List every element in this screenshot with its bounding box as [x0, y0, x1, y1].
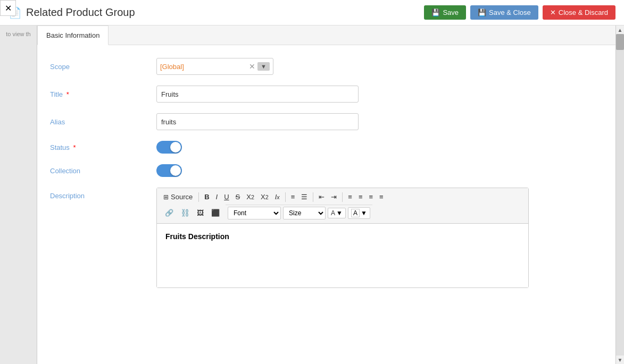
separator-3 — [313, 192, 313, 202]
collection-toggle-knob — [170, 165, 181, 176]
source-button[interactable]: ⊞ Source — [160, 191, 196, 202]
toolbar-row-1: ⊞ Source B I U S X2 X2 — [160, 190, 525, 204]
close-x-button[interactable]: ✕ — [0, 0, 16, 16]
scope-dropdown-button[interactable]: ▼ — [257, 62, 270, 71]
close-discard-icon: ✕ — [550, 9, 556, 16]
toolbar-row-3: Font Size A ▼ — [226, 205, 372, 221]
editor-wrapper: ⊞ Source B I U S X2 X2 — [156, 188, 529, 288]
save-icon: 💾 — [431, 9, 440, 16]
bg-color-arrow: ▼ — [361, 209, 367, 217]
clear-format-button[interactable]: Ix — [272, 191, 282, 202]
font-select[interactable]: Font — [228, 207, 281, 219]
separator-2 — [285, 192, 286, 202]
ordered-list-button[interactable]: ≡ — [288, 191, 298, 202]
increase-indent-button[interactable]: ⇥ — [328, 191, 339, 202]
alias-label: Alias — [50, 118, 156, 126]
table-button[interactable]: ⬛ — [209, 207, 222, 218]
underline-button[interactable]: U — [221, 191, 231, 202]
align-left-button[interactable]: ≡ — [345, 191, 355, 202]
toggle-knob — [170, 142, 181, 153]
alias-row: Alias — [50, 113, 603, 130]
editor-body[interactable]: Fruits Description — [157, 224, 528, 287]
header-buttons: 💾 Save 💾 Save & Close ✕ Close & Discard — [424, 5, 615, 20]
title-input[interactable] — [156, 86, 359, 103]
subscript-button[interactable]: X2 — [244, 191, 257, 202]
tabs-bar: Basic Information — [37, 26, 615, 45]
bold-button[interactable]: B — [202, 191, 212, 202]
scrollbar-up[interactable]: ▲ — [616, 26, 624, 34]
status-toggle[interactable] — [156, 141, 182, 154]
alias-control — [156, 113, 603, 130]
form-area: Scope [Global] ✕ ▼ Title * — [37, 45, 615, 311]
status-control — [156, 141, 603, 154]
save-close-button[interactable]: 💾 Save & Close — [470, 5, 538, 20]
align-right-button[interactable]: ≡ — [367, 191, 376, 202]
title-control — [156, 86, 603, 103]
scrollbar: ▲ ▼ — [615, 26, 624, 364]
bg-color-button[interactable]: A ▼ — [348, 207, 370, 219]
font-color-icon: A — [331, 209, 335, 217]
link-button[interactable]: 🔗 — [162, 207, 176, 218]
strikethrough-button[interactable]: S — [233, 191, 243, 202]
font-color-button[interactable]: A ▼ — [328, 208, 346, 218]
size-select[interactable]: Size — [283, 207, 326, 219]
superscript-button[interactable]: X2 — [258, 191, 271, 202]
title-row: Title * — [50, 86, 603, 103]
description-control: ⊞ Source B I U S X2 X2 — [156, 188, 603, 288]
left-panel: to view th — [0, 26, 37, 364]
scope-control: [Global] ✕ ▼ — [156, 58, 603, 75]
separator-4 — [342, 192, 343, 202]
close-discard-button[interactable]: ✕ Close & Discard — [543, 5, 615, 20]
alias-input[interactable] — [156, 113, 359, 130]
image-button[interactable]: 🖼 — [194, 207, 206, 218]
title-label: Title * — [50, 90, 156, 98]
scrollbar-track[interactable] — [616, 34, 624, 355]
status-label: Status * — [50, 143, 156, 151]
scrollbar-down[interactable]: ▼ — [616, 355, 624, 364]
description-label: Description — [50, 188, 156, 200]
font-color-arrow: ▼ — [336, 209, 343, 217]
unlink-button[interactable]: ⛓️ — [178, 207, 192, 218]
description-row: Description ⊞ Source — [50, 188, 603, 288]
page-title: Related Product Group — [26, 6, 424, 19]
collection-label: Collection — [50, 167, 156, 175]
align-justify-button[interactable]: ≡ — [377, 191, 386, 202]
collection-row: Collection — [50, 164, 603, 177]
status-required: * — [73, 143, 76, 151]
collection-control — [156, 164, 603, 177]
unordered-list-button[interactable]: ☰ — [298, 191, 310, 202]
source-icon: ⊞ — [163, 193, 169, 201]
scope-select[interactable]: [Global] ✕ ▼ — [156, 58, 273, 75]
scope-row: Scope [Global] ✕ ▼ — [50, 58, 603, 75]
scope-clear-button[interactable]: ✕ — [249, 62, 255, 71]
editor-toolbar: ⊞ Source B I U S X2 X2 — [157, 188, 528, 224]
save-button[interactable]: 💾 Save — [424, 5, 466, 20]
collection-toggle[interactable] — [156, 164, 182, 177]
scope-value: [Global] — [160, 63, 249, 71]
bg-color-icon: A — [351, 209, 360, 217]
status-row: Status * — [50, 141, 603, 154]
editor-content: Fruits Description — [165, 232, 520, 241]
title-required: * — [66, 90, 69, 98]
save-close-icon: 💾 — [478, 9, 486, 16]
scrollbar-thumb[interactable] — [616, 34, 624, 50]
scope-label: Scope — [50, 63, 156, 71]
toolbar-row-2: 🔗 ⛓️ 🖼 ⬛ — [160, 206, 224, 220]
separator-1 — [198, 192, 199, 202]
tab-basic-information[interactable]: Basic Information — [37, 26, 109, 45]
align-center-button[interactable]: ≡ — [356, 191, 365, 202]
decrease-indent-button[interactable]: ⇤ — [316, 191, 327, 202]
italic-button[interactable]: I — [213, 191, 221, 202]
main-content: Basic Information Scope [Global] ✕ ▼ — [37, 26, 615, 364]
